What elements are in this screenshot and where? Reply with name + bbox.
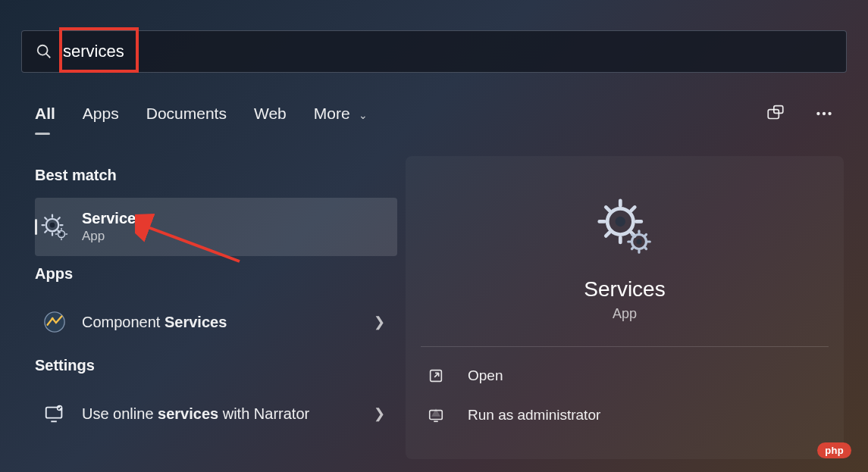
section-best-match: Best match	[35, 167, 397, 184]
result-subtitle: App	[82, 229, 390, 244]
chevron-right-icon: ❯	[374, 405, 385, 422]
result-component-services[interactable]: Component Services ❯	[35, 296, 397, 348]
run-admin-icon	[427, 406, 445, 424]
tab-web[interactable]: Web	[254, 105, 287, 135]
chevron-right-icon: ❯	[374, 314, 385, 330]
detail-subtitle: App	[406, 306, 844, 322]
svg-point-0	[38, 45, 48, 55]
svg-point-18	[616, 217, 625, 227]
monitor-icon	[41, 400, 68, 427]
tab-more[interactable]: More ⌄	[314, 105, 368, 135]
more-options-icon[interactable]	[813, 103, 835, 124]
svg-point-13	[52, 317, 54, 320]
filter-tabs: All Apps Documents Web More ⌄	[35, 105, 368, 135]
component-services-icon	[41, 308, 68, 336]
result-narrator-services[interactable]: Use online services with Narrator ❯	[35, 388, 397, 439]
result-title: Services	[82, 210, 390, 227]
tab-apps[interactable]: Apps	[83, 105, 119, 135]
search-bar[interactable]	[21, 30, 847, 73]
divider	[421, 346, 829, 347]
gear-icon	[41, 214, 68, 241]
svg-point-9	[50, 222, 55, 227]
svg-point-11	[60, 233, 62, 235]
detail-panel: Services App Open Run as administrator	[406, 156, 844, 459]
result-line: Use online services with Narrator	[82, 405, 374, 423]
svg-point-5	[816, 112, 819, 115]
search-icon	[36, 43, 52, 60]
action-label: Open	[468, 367, 503, 384]
detail-app-icon	[406, 198, 844, 256]
detail-title: Services	[406, 277, 844, 302]
svg-point-20	[636, 239, 641, 244]
chat-icon[interactable]	[765, 103, 786, 124]
svg-point-6	[823, 112, 826, 115]
svg-line-1	[46, 54, 50, 58]
svg-point-7	[828, 112, 831, 115]
section-apps: Apps	[35, 265, 397, 283]
chevron-down-icon: ⌄	[359, 109, 368, 121]
action-open[interactable]: Open	[406, 356, 844, 395]
watermark-badge: php	[817, 442, 851, 458]
search-input[interactable]	[63, 31, 832, 72]
results-panel: Best match Services App Apps	[35, 167, 397, 439]
open-icon	[427, 367, 445, 385]
result-services[interactable]: Services App	[35, 198, 397, 256]
action-label: Run as administrator	[468, 407, 600, 424]
tab-documents[interactable]: Documents	[146, 105, 227, 135]
tab-all[interactable]: All	[35, 105, 55, 135]
action-run-admin[interactable]: Run as administrator	[406, 395, 844, 435]
section-settings: Settings	[35, 357, 397, 374]
tab-more-label: More	[314, 105, 350, 122]
result-line: Component Services	[82, 314, 374, 331]
